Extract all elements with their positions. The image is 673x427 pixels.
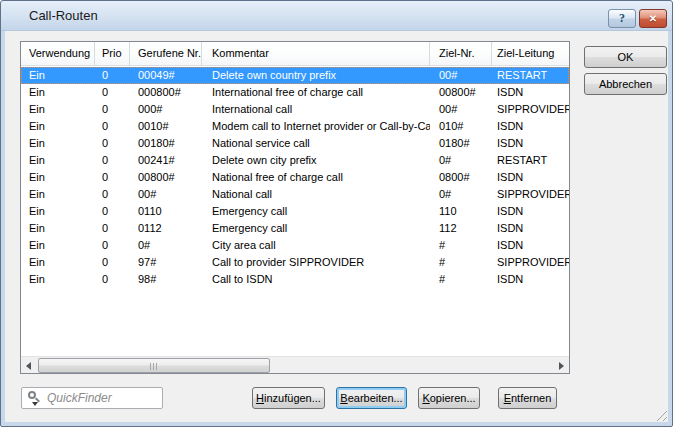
table-cell: #	[430, 254, 492, 271]
table-cell: 0#	[130, 237, 202, 254]
table-row[interactable]: Ein098#Call to ISDN#ISDN	[21, 271, 569, 288]
table-row[interactable]: Ein00110Emergency call110ISDN	[21, 203, 569, 220]
table-cell: RESTART	[492, 152, 569, 169]
table-cell: National call	[202, 186, 430, 203]
table-cell: 0800#	[430, 169, 492, 186]
table-cell: 00800#	[130, 169, 202, 186]
table-cell: Ein	[21, 152, 95, 169]
table-row[interactable]: Ein000241#Delete own city prefix0#RESTAR…	[21, 152, 569, 169]
table-cell: 0	[95, 254, 130, 271]
table-cell: #	[430, 271, 492, 288]
table-row[interactable]: Ein000180#National service call0180#ISDN	[21, 135, 569, 152]
column-header-gerufene-nr[interactable]: Gerufene Nr.	[130, 42, 202, 66]
table-cell: Ein	[21, 101, 95, 118]
table-row[interactable]: Ein0000800#International free of charge …	[21, 84, 569, 101]
table-cell: 0	[95, 84, 130, 101]
table-cell: International call	[202, 101, 430, 118]
table-row[interactable]: Ein000800#National free of charge call08…	[21, 169, 569, 186]
column-header-ziel-leitung[interactable]: Ziel-Leitung	[492, 42, 569, 66]
table-cell: 00049#	[130, 67, 202, 84]
table-cell: 0	[95, 271, 130, 288]
table-cell: 00800#	[430, 84, 492, 101]
table-cell: 00180#	[130, 135, 202, 152]
copy-button[interactable]: Kopieren...	[418, 387, 480, 409]
table-cell: SIPPROVIDER	[492, 186, 569, 203]
table-cell: 0010#	[130, 118, 202, 135]
table-cell: ISDN	[492, 220, 569, 237]
table-cell: ISDN	[492, 169, 569, 186]
column-header-kommentar[interactable]: Kommentar	[202, 42, 430, 66]
table-row[interactable]: Ein000#National call0#SIPPROVIDER	[21, 186, 569, 203]
table-cell: 110	[430, 203, 492, 220]
horizontal-scrollbar[interactable]	[21, 356, 569, 373]
table-cell: ISDN	[492, 84, 569, 101]
table-cell: ISDN	[492, 118, 569, 135]
table-cell: 0	[95, 152, 130, 169]
table-cell: 000#	[130, 101, 202, 118]
edit-button[interactable]: Bearbeiten...	[336, 387, 407, 409]
table-cell: Ein	[21, 186, 95, 203]
dialog-client-area: Verwendung Prio Gerufene Nr. Kommentar Z…	[5, 31, 668, 422]
table-cell: ISDN	[492, 135, 569, 152]
table-cell: 0	[95, 186, 130, 203]
table-cell: 0	[95, 169, 130, 186]
table-row[interactable]: Ein000049#Delete own country prefix00#RE…	[21, 67, 569, 84]
table-cell: ISDN	[492, 237, 569, 254]
table-cell: 0	[95, 67, 130, 84]
help-button[interactable]: ?	[608, 9, 636, 28]
titlebar[interactable]: Call-Routen ? ✕	[1, 1, 672, 31]
table-body: Ein000049#Delete own country prefix00#RE…	[21, 67, 569, 288]
table-cell: 98#	[130, 271, 202, 288]
table-row[interactable]: Ein0000#International call00#SIPPROVIDER	[21, 101, 569, 118]
table-cell: ISDN	[492, 203, 569, 220]
quickfinder-box[interactable]	[21, 387, 163, 409]
table-cell: International free of charge call	[202, 84, 430, 101]
table-row[interactable]: Ein00010#Modem call to Internet provider…	[21, 118, 569, 135]
column-header-prio[interactable]: Prio	[95, 42, 130, 66]
scroll-right-icon[interactable]	[552, 357, 569, 374]
table-header: Verwendung Prio Gerufene Nr. Kommentar Z…	[21, 42, 569, 66]
table-cell: 112	[430, 220, 492, 237]
table-cell: Ein	[21, 220, 95, 237]
table-row[interactable]: Ein097#Call to provider SIPPROVIDER#SIPP…	[21, 254, 569, 271]
table-cell: #	[430, 237, 492, 254]
table-cell: Modem call to Internet provider or Call-…	[202, 118, 430, 135]
help-icon: ?	[619, 11, 625, 25]
call-routes-table: Verwendung Prio Gerufene Nr. Kommentar Z…	[20, 41, 570, 374]
remove-button[interactable]: Entfernen	[498, 387, 557, 409]
table-cell: 0110	[130, 203, 202, 220]
table-cell: 97#	[130, 254, 202, 271]
scrollbar-thumb[interactable]	[38, 358, 270, 373]
column-header-verwendung[interactable]: Verwendung	[21, 42, 95, 66]
table-cell: 00#	[430, 101, 492, 118]
quickfinder-input[interactable]	[44, 389, 162, 407]
add-button[interactable]: Hinzufügen...	[252, 387, 325, 409]
table-cell: Call to ISDN	[202, 271, 430, 288]
close-button[interactable]: ✕	[639, 9, 667, 28]
scroll-left-icon[interactable]	[21, 357, 38, 374]
table-cell: Emergency call	[202, 203, 430, 220]
close-icon: ✕	[649, 13, 657, 24]
table-cell: 0	[95, 220, 130, 237]
table-cell: Ein	[21, 237, 95, 254]
table-cell: 00241#	[130, 152, 202, 169]
table-cell: 00#	[430, 67, 492, 84]
table-cell: Ein	[21, 67, 95, 84]
table-row[interactable]: Ein00112Emergency call112ISDN	[21, 220, 569, 237]
table-cell: 0112	[130, 220, 202, 237]
table-cell: RESTART	[492, 67, 569, 84]
table-cell: Call to provider SIPPROVIDER	[202, 254, 430, 271]
table-cell: Emergency call	[202, 220, 430, 237]
ok-button[interactable]: OK	[584, 46, 667, 68]
cancel-button[interactable]: Abbrechen	[584, 73, 667, 95]
table-cell: Ein	[21, 169, 95, 186]
table-row[interactable]: Ein00#City area call#ISDN	[21, 237, 569, 254]
search-icon[interactable]	[26, 390, 44, 406]
table-cell: 00#	[130, 186, 202, 203]
window-title: Call-Routen	[29, 1, 98, 31]
table-cell: 0#	[430, 186, 492, 203]
table-cell: National service call	[202, 135, 430, 152]
column-header-ziel-nr[interactable]: Ziel-Nr.	[430, 42, 492, 66]
table-cell: Ein	[21, 203, 95, 220]
table-cell: Ein	[21, 135, 95, 152]
